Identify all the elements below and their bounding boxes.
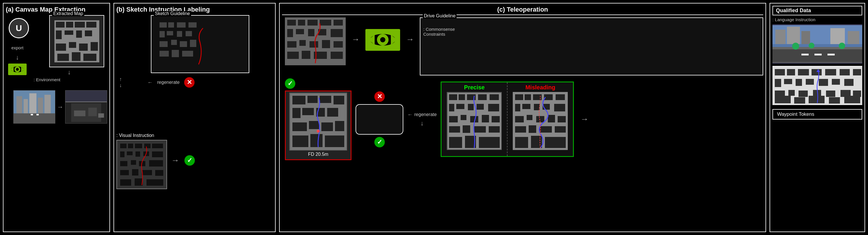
svg-rect-180 — [775, 69, 785, 75]
svg-rect-10 — [56, 30, 62, 39]
svg-rect-186 — [853, 69, 861, 75]
svg-point-178 — [839, 43, 845, 49]
extracted-map-image — [55, 20, 99, 62]
svg-rect-175 — [772, 62, 862, 63]
svg-rect-17 — [91, 42, 98, 51]
misleading-box: Misleading — [507, 82, 573, 156]
svg-rect-141 — [515, 94, 523, 100]
teleoperation-label: (c) Teleoperation — [282, 6, 763, 15]
regen-row-b: ← regenerate ✕ — [147, 77, 194, 87]
svg-rect-89 — [322, 40, 330, 48]
svg-rect-104 — [334, 96, 344, 104]
svg-rect-173 — [828, 54, 835, 55]
b-bot: : Visual Instruction — [116, 92, 273, 229]
svg-rect-56 — [135, 143, 142, 148]
svg-rect-63 — [152, 152, 163, 157]
environment-label: : Environment — [34, 77, 61, 82]
svg-rect-24 — [29, 94, 36, 113]
svg-rect-190 — [806, 79, 814, 85]
svg-rect-188 — [784, 79, 792, 84]
svg-rect-60 — [127, 152, 133, 155]
drive-constraints-label: : Commonsense Constraints — [423, 27, 760, 36]
svg-rect-7 — [66, 22, 73, 28]
section-b: (b) Sketch Instruction Labeling Sketch G… — [114, 3, 276, 232]
svg-rect-185 — [840, 69, 850, 75]
svg-point-4 — [16, 68, 19, 71]
svg-rect-167 — [801, 31, 810, 44]
env-image-2 — [65, 90, 107, 124]
svg-rect-13 — [85, 30, 92, 36]
svg-rect-196 — [799, 90, 808, 97]
svg-rect-51 — [172, 50, 179, 57]
svg-rect-8 — [75, 22, 85, 28]
svg-rect-123 — [449, 104, 454, 111]
svg-rect-170 — [772, 48, 862, 63]
svg-rect-90 — [334, 41, 343, 48]
svg-rect-91 — [287, 52, 299, 59]
black-rounded-box — [355, 104, 403, 135]
svg-rect-59 — [120, 152, 124, 157]
svg-rect-48 — [180, 41, 187, 47]
svg-rect-159 — [555, 126, 566, 133]
svg-rect-118 — [449, 94, 457, 100]
svg-point-116 — [317, 130, 320, 133]
svg-rect-52 — [182, 51, 193, 57]
down-arrow-b-left2: ↓ — [119, 82, 122, 88]
svg-rect-147 — [522, 104, 530, 109]
svg-rect-127 — [488, 104, 499, 111]
drive-guideline-box: Drive Guideline : Commonsense Constraint… — [420, 18, 763, 75]
svg-rect-125 — [468, 104, 474, 110]
svg-rect-182 — [798, 69, 809, 75]
svg-rect-88 — [310, 41, 318, 48]
extracted-map-box: Extracted Map — [49, 15, 104, 67]
check-circle-c2: ✓ — [374, 137, 385, 148]
svg-rect-29 — [36, 114, 39, 115]
regen-arrow-container: ← regenerate — [407, 112, 437, 118]
qd-language-label: : Language Instruction — [772, 17, 862, 22]
svg-rect-202 — [794, 97, 805, 104]
svg-rect-191 — [819, 79, 828, 86]
sketch-guideline-label: Sketch Guideline — [154, 11, 191, 16]
sketch-guideline-box: Sketch Guideline — [151, 15, 249, 73]
svg-rect-162 — [545, 137, 566, 148]
tele-bottom: ✓ — [282, 78, 763, 160]
svg-rect-139 — [479, 137, 500, 148]
sketch-small-box — [116, 140, 167, 189]
svg-rect-18 — [57, 54, 69, 61]
svg-rect-133 — [449, 126, 460, 133]
svg-rect-39 — [168, 22, 174, 28]
svg-rect-14 — [56, 44, 66, 51]
svg-rect-203 — [809, 96, 825, 103]
svg-rect-161 — [531, 136, 542, 148]
fd-svg — [290, 94, 347, 150]
svg-rect-134 — [463, 125, 470, 133]
arrow-right-b: → — [171, 156, 179, 165]
svg-rect-34 — [88, 108, 97, 116]
misleading-svg — [514, 93, 567, 150]
svg-marker-98 — [391, 35, 397, 45]
svg-rect-101 — [292, 96, 305, 104]
arrow-right-env: → — [57, 103, 63, 111]
svg-rect-151 — [515, 116, 524, 123]
svg-rect-102 — [308, 96, 318, 103]
svg-rect-183 — [811, 69, 822, 75]
drive-guideline-label: Drive Guideline — [423, 14, 457, 19]
svg-rect-74 — [147, 179, 163, 186]
svg-point-177 — [809, 43, 814, 48]
svg-rect-189 — [796, 79, 802, 86]
svg-rect-55 — [128, 143, 133, 148]
svg-rect-9 — [86, 22, 96, 28]
svg-rect-119 — [459, 94, 465, 100]
misleading-image — [513, 92, 568, 150]
svg-rect-85 — [331, 29, 343, 37]
b-main: Sketch Guideline — [116, 15, 273, 229]
svg-rect-44 — [177, 31, 182, 37]
svg-rect-82 — [296, 29, 304, 34]
svg-rect-131 — [482, 115, 489, 123]
section-a-top: U export ↓ — [6, 15, 107, 83]
svg-rect-67 — [149, 160, 163, 166]
svg-rect-64 — [120, 161, 127, 166]
svg-rect-122 — [490, 94, 499, 100]
svg-marker-3 — [21, 67, 25, 72]
svg-rect-15 — [69, 42, 76, 48]
